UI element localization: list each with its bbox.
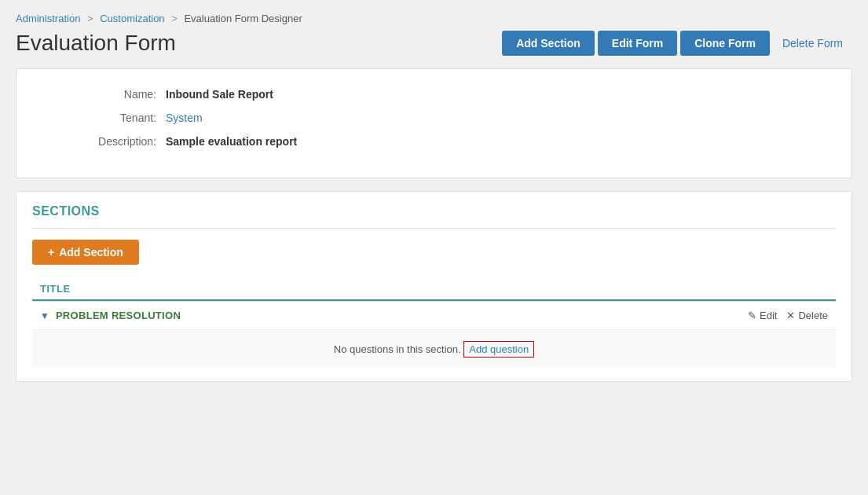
edit-form-button[interactable]: Edit Form	[598, 31, 677, 56]
clone-form-button[interactable]: Clone Form	[680, 31, 770, 56]
breadcrumb-customization[interactable]: Customization	[100, 13, 164, 24]
no-questions-text: No questions in this section.	[334, 343, 461, 355]
section-header: ▼ PROBLEM RESOLUTION ✎ Edit ✕ Delete	[32, 302, 836, 329]
section-edit-button[interactable]: ✎ Edit	[748, 310, 777, 321]
delete-form-button[interactable]: Delete Form	[773, 31, 852, 56]
form-tenant-value: System	[166, 112, 203, 124]
form-tenant-row: Tenant: System	[40, 112, 828, 124]
form-name-value: Inbound Sale Report	[166, 88, 273, 101]
section-title: PROBLEM RESOLUTION	[56, 310, 181, 321]
form-name-label: Name:	[40, 88, 166, 101]
form-description-label: Description:	[40, 135, 166, 148]
sections-card: SECTIONS + Add Section TITLE ▼ PROBLEM R…	[16, 191, 852, 382]
x-icon: ✕	[786, 310, 795, 321]
form-name-row: Name: Inbound Sale Report	[40, 88, 828, 101]
section-actions: ✎ Edit ✕ Delete	[748, 310, 828, 321]
form-tenant-label: Tenant:	[40, 112, 166, 124]
page-header: Evaluation Form Add Section Edit Form Cl…	[16, 31, 852, 56]
add-section-button[interactable]: Add Section	[502, 31, 595, 56]
add-question-link[interactable]: Add question	[463, 341, 534, 358]
title-column-header: TITLE	[40, 283, 71, 295]
form-description-row: Description: Sample evaluation report	[40, 135, 828, 148]
edit-icon: ✎	[748, 310, 756, 321]
breadcrumb: Administration > Customization > Evaluat…	[16, 13, 852, 24]
header-buttons: Add Section Edit Form Clone Form Delete …	[502, 31, 852, 56]
form-description-value: Sample evaluation report	[166, 135, 297, 148]
breadcrumb-administration[interactable]: Administration	[16, 13, 80, 24]
breadcrumb-sep-1: >	[87, 13, 93, 24]
sections-table-header: TITLE	[32, 277, 836, 301]
form-info-card: Name: Inbound Sale Report Tenant: System…	[16, 68, 852, 178]
breadcrumb-sep-2: >	[171, 13, 178, 24]
plus-icon: +	[48, 246, 54, 258]
section-left: ▼ PROBLEM RESOLUTION	[40, 310, 181, 321]
section-edit-label: Edit	[760, 310, 777, 321]
breadcrumb-current: Evaluation Form Designer	[184, 13, 302, 24]
no-questions-row: No questions in this section. Add questi…	[32, 329, 836, 368]
section-delete-label: Delete	[798, 310, 828, 321]
section-problem-resolution: ▼ PROBLEM RESOLUTION ✎ Edit ✕ Delete No …	[32, 301, 836, 368]
sections-heading: SECTIONS	[32, 204, 836, 218]
chevron-down-icon[interactable]: ▼	[40, 310, 49, 321]
add-section-inline-button[interactable]: + Add Section	[32, 240, 139, 265]
section-delete-button[interactable]: ✕ Delete	[786, 310, 828, 321]
add-section-inline-label: Add Section	[59, 246, 123, 258]
page-title: Evaluation Form	[16, 31, 176, 56]
sections-divider	[32, 228, 836, 229]
